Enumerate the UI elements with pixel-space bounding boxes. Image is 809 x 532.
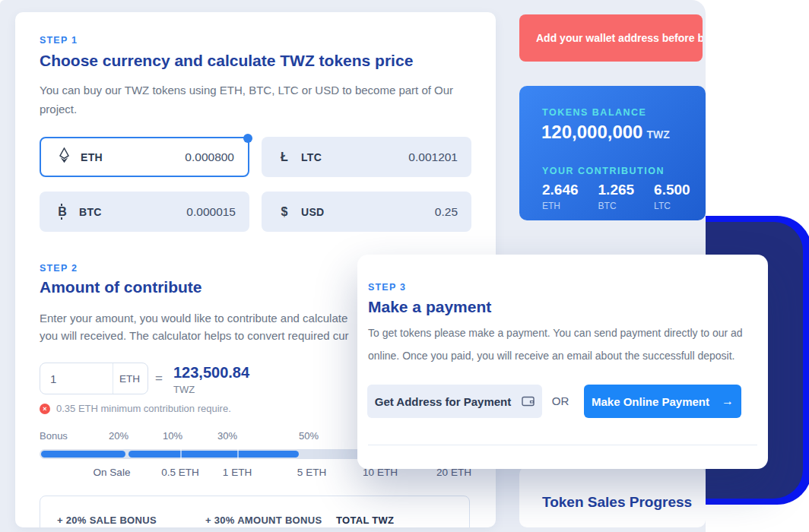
bonus-amount: On Sale bbox=[94, 467, 131, 478]
currency-symbol: LTC bbox=[301, 151, 322, 163]
bitcoin-icon: B bbox=[55, 205, 70, 219]
sale-bonus-label: + 20% SALE BONUS bbox=[57, 515, 157, 526]
error-icon: × bbox=[40, 404, 50, 414]
tokens-balance-card: TOKENS BALANCE 120,000,000TWZ YOUR CONTR… bbox=[519, 86, 706, 220]
contribution-ltc: 6.500 LTC bbox=[654, 182, 690, 211]
bonus-amount: 5 ETH bbox=[297, 467, 326, 478]
bonus-fill-segment bbox=[41, 451, 125, 458]
bonus-amount: 0.5 ETH bbox=[161, 467, 199, 478]
currency-symbol: BTC bbox=[79, 206, 102, 218]
step2-label: STEP 2 bbox=[40, 263, 78, 274]
arrow-right-icon: → bbox=[722, 394, 734, 408]
amount-input[interactable] bbox=[40, 372, 113, 385]
balance-value: 120,000,000TWZ bbox=[541, 122, 670, 143]
or-label: OR bbox=[549, 394, 572, 407]
minimum-contribution-error: × 0.35 ETH minimum contribution require. bbox=[40, 403, 231, 414]
dollar-icon: $ bbox=[277, 205, 292, 219]
step2-title: Amount of contribute bbox=[40, 278, 201, 296]
make-online-payment-button[interactable]: Make Online Payment → bbox=[584, 385, 741, 418]
balance-unit: TWZ bbox=[646, 128, 669, 141]
contribution-label: YOUR CONTRIBUTION bbox=[542, 166, 665, 176]
bonus-summary-box: + 20% SALE BONUS + 30% AMOUNT BONUS TOTA… bbox=[40, 496, 470, 527]
step1-title: Choose currency and calculate TWZ tokens… bbox=[40, 52, 413, 70]
buy-tokens-page: STEP 1 Choose currency and calculate TWZ… bbox=[0, 0, 809, 532]
step3-label: STEP 3 bbox=[368, 282, 406, 293]
currency-rate: 0.25 bbox=[435, 205, 458, 219]
amount-bonus-label: + 30% AMOUNT BONUS bbox=[205, 515, 322, 526]
wallet-icon bbox=[522, 396, 535, 407]
contribution-btc: 1.265 BTC bbox=[598, 182, 635, 211]
get-address-button[interactable]: Get Address for Payment bbox=[367, 385, 542, 418]
litecoin-icon: Ł bbox=[277, 150, 292, 164]
wallet-alert[interactable]: Add your wallet address before bu bbox=[519, 14, 703, 62]
ethereum-icon bbox=[56, 147, 71, 166]
step3-description-line1: To get tokens please make a payment. You… bbox=[368, 321, 743, 344]
step2-description-line2: you will received. The calculator helps … bbox=[40, 326, 349, 345]
currency-tile-usd[interactable]: $ USD 0.25 bbox=[262, 192, 471, 232]
total-twz-label: TOTAL TWZ bbox=[336, 515, 394, 526]
currency-tile-eth[interactable]: ETH 0.000800 bbox=[40, 137, 249, 177]
currency-rate: 0.000015 bbox=[186, 205, 236, 219]
step1-description: You can buy our TWZ tokens using ETH, BT… bbox=[40, 81, 469, 119]
step2-description-line1: Enter your amount, you would like to con… bbox=[40, 309, 347, 328]
balance-label: TOKENS BALANCE bbox=[542, 107, 646, 118]
contribution-row: 2.646 ETH 1.265 BTC 6.500 LTC bbox=[542, 182, 706, 211]
equals-sign: = bbox=[155, 371, 163, 386]
currency-rate: 0.001201 bbox=[408, 150, 458, 164]
bonus-percent: 50% bbox=[299, 430, 319, 442]
bonus-amount: 1 ETH bbox=[223, 467, 252, 478]
step3-description-line2: online. Once you paid, you will receive … bbox=[368, 344, 735, 367]
step1-label: STEP 1 bbox=[40, 35, 78, 46]
bar-tick bbox=[237, 449, 239, 459]
currency-symbol: USD bbox=[301, 206, 324, 218]
bonus-fill-segment bbox=[128, 451, 299, 458]
bar-tick bbox=[180, 449, 182, 459]
currency-rate: 0.000800 bbox=[185, 150, 234, 164]
step3-title: Make a payment bbox=[368, 298, 491, 316]
currency-tile-btc[interactable]: B BTC 0.000015 bbox=[40, 192, 249, 232]
bonus-percent: 10% bbox=[163, 430, 182, 442]
amount-unit-label: ETH bbox=[113, 363, 146, 394]
token-sales-progress-card: Token Sales Progress bbox=[519, 467, 706, 527]
currency-tile-ltc[interactable]: Ł LTC 0.001201 bbox=[262, 137, 471, 177]
card-divider bbox=[368, 445, 757, 445]
bonus-percent: 20% bbox=[109, 430, 128, 442]
contribution-eth: 2.646 ETH bbox=[542, 182, 579, 211]
converted-unit: TWZ bbox=[173, 384, 195, 395]
currency-symbol: ETH bbox=[81, 151, 103, 163]
payment-card: STEP 3 Make a payment To get tokens plea… bbox=[357, 255, 768, 469]
amount-input-group: ETH bbox=[40, 363, 148, 394]
selected-dot bbox=[243, 134, 252, 143]
error-message: 0.35 ETH minimum contribution require. bbox=[56, 403, 231, 414]
token-sales-progress-title: Token Sales Progress bbox=[542, 494, 692, 511]
converted-value: 123,500.84 bbox=[173, 364, 249, 382]
bonus-percent: 30% bbox=[217, 430, 237, 442]
